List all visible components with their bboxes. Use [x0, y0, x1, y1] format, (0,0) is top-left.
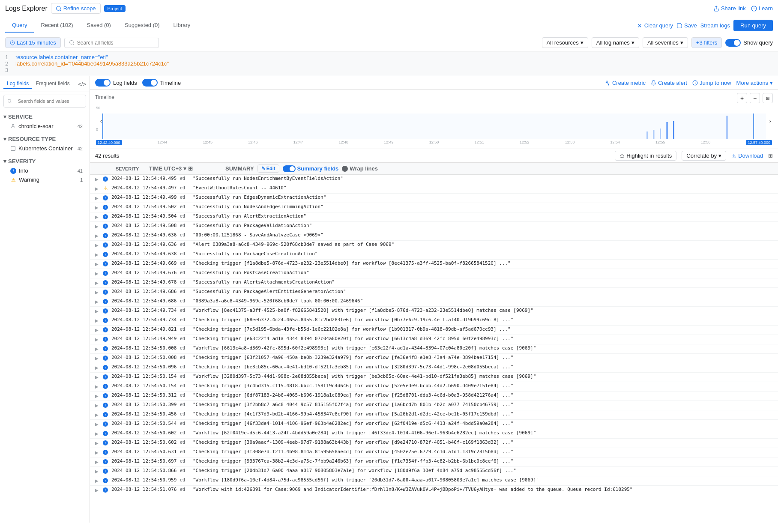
- log-row[interactable]: ▶ i 2024-08-12 12:54:49.636 etl "00:00:0…: [90, 231, 778, 241]
- log-row[interactable]: ▶ i 2024-08-12 12:54:50.312 etl "Checkin…: [90, 392, 778, 401]
- row-expand[interactable]: ▶: [95, 477, 102, 483]
- log-row[interactable]: ▶ i 2024-08-12 12:54:49.495 etl "Success…: [90, 175, 778, 184]
- sidebar-item-warning[interactable]: ⚠ Warning 1: [3, 175, 86, 184]
- log-row[interactable]: ▶ i 2024-08-12 12:54:50.456 etl "Checkin…: [90, 410, 778, 420]
- sidebar-section-resource-header[interactable]: ▾ RESOURCE TYPE: [3, 134, 86, 144]
- row-expand[interactable]: ▶: [95, 336, 102, 342]
- row-expand[interactable]: ▶: [95, 421, 102, 427]
- log-fields-toggle[interactable]: [95, 79, 111, 87]
- show-query-toggle-knob[interactable]: [725, 39, 741, 47]
- search-input[interactable]: [77, 40, 154, 46]
- log-row[interactable]: ▶ i 2024-08-12 12:54:49.734 etl "Workflo…: [90, 307, 778, 316]
- row-expand[interactable]: ▶: [95, 468, 102, 474]
- log-row[interactable]: ▶ ⚠ 2024-08-12 12:54:49.497 etl "EventWi…: [90, 184, 778, 194]
- timeline-nav-left[interactable]: ‹: [100, 118, 102, 124]
- log-row[interactable]: ▶ i 2024-08-12 12:54:50.697 etl "Checkin…: [90, 457, 778, 467]
- row-expand[interactable]: ▶: [95, 326, 102, 332]
- log-row[interactable]: ▶ i 2024-08-12 12:54:50.602 etl "Checkin…: [90, 439, 778, 448]
- row-expand[interactable]: ▶: [95, 383, 102, 389]
- row-expand[interactable]: ▶: [95, 411, 102, 417]
- row-expand[interactable]: ▶: [95, 392, 102, 398]
- log-row[interactable]: ▶ i 2024-08-12 12:54:50.008 etl "Workflo…: [90, 344, 778, 354]
- log-row[interactable]: ▶ i 2024-08-12 12:54:50.959 etl "Workflo…: [90, 476, 778, 486]
- log-row[interactable]: ▶ i 2024-08-12 12:54:49.636 etl "Alert 0…: [90, 241, 778, 250]
- sidebar-item-info[interactable]: i Info 41: [3, 166, 86, 175]
- log-row[interactable]: ▶ i 2024-08-12 12:54:49.508 etl "Success…: [90, 222, 778, 231]
- log-row[interactable]: ▶ i 2024-08-12 12:54:50.602 etl "Workflo…: [90, 429, 778, 439]
- row-expand[interactable]: ▶: [95, 487, 102, 493]
- severities-filter[interactable]: All severities ▾: [643, 37, 688, 48]
- log-row[interactable]: ▶ i 2024-08-12 12:54:49.949 etl "Checkin…: [90, 335, 778, 344]
- row-expand[interactable]: ▶: [95, 242, 102, 248]
- log-row[interactable]: ▶ i 2024-08-12 12:54:50.544 etl "Checkin…: [90, 420, 778, 429]
- zoom-fit-button[interactable]: ⊞: [763, 93, 773, 103]
- log-row[interactable]: ▶ i 2024-08-12 12:54:49.504 etl "Success…: [90, 212, 778, 222]
- row-expand[interactable]: ▶: [95, 308, 102, 314]
- learn-button[interactable]: Learn: [751, 5, 773, 12]
- row-expand[interactable]: ▶: [95, 364, 102, 370]
- log-row[interactable]: ▶ i 2024-08-12 12:54:49.499 etl "Success…: [90, 194, 778, 203]
- tab-library[interactable]: Library: [167, 18, 197, 33]
- create-metric-button[interactable]: Create metric: [605, 80, 646, 86]
- zoom-in-button[interactable]: +: [737, 93, 747, 103]
- timeline-nav-right[interactable]: ›: [769, 118, 771, 124]
- log-row[interactable]: ▶ i 2024-08-12 12:54:49.676 etl "Success…: [90, 269, 778, 278]
- log-row[interactable]: ▶ i 2024-08-12 12:54:49.678 etl "Success…: [90, 278, 778, 288]
- timeline-toggle[interactable]: [142, 79, 158, 87]
- log-row[interactable]: ▶ i 2024-08-12 12:54:50.631 etl "Checkin…: [90, 448, 778, 457]
- row-expand[interactable]: ▶: [95, 289, 102, 295]
- row-expand[interactable]: ▶: [95, 298, 102, 304]
- row-expand[interactable]: ▶: [95, 194, 102, 200]
- sidebar-section-service-header[interactable]: ▾ SERVICE: [3, 112, 86, 122]
- sidebar-item-kubernetes[interactable]: Kubernetes Container 42: [3, 144, 86, 153]
- code-icon[interactable]: </>: [78, 81, 86, 87]
- time-range-button[interactable]: Last 15 minutes: [5, 37, 61, 48]
- jump-to-now-button[interactable]: Jump to now: [692, 80, 731, 86]
- sidebar-search-input[interactable]: [15, 97, 82, 105]
- log-row[interactable]: ▶ i 2024-08-12 12:54:51.076 etl "Workflo…: [90, 486, 778, 495]
- row-expand[interactable]: ▶: [95, 345, 102, 351]
- search-box[interactable]: [64, 38, 159, 48]
- wrap-lines-button[interactable]: Wrap lines: [342, 165, 378, 172]
- row-expand[interactable]: ▶: [95, 458, 102, 464]
- log-row[interactable]: ▶ i 2024-08-12 12:54:49.734 etl "Checkin…: [90, 316, 778, 326]
- col-header-time[interactable]: TIME UTC+3 ▾ ⊞: [149, 165, 222, 172]
- log-row[interactable]: ▶ i 2024-08-12 12:54:49.638 etl "Success…: [90, 250, 778, 260]
- row-expand[interactable]: ▶: [95, 402, 102, 408]
- save-button[interactable]: Save: [676, 22, 697, 29]
- log-row[interactable]: ▶ i 2024-08-12 12:54:50.008 etl "Checkin…: [90, 354, 778, 363]
- tab-saved[interactable]: Saved (0): [80, 18, 118, 33]
- row-expand[interactable]: ▶: [95, 232, 102, 238]
- row-expand[interactable]: ▶: [95, 213, 102, 219]
- tab-suggested[interactable]: Suggested (0): [118, 18, 167, 33]
- log-row[interactable]: ▶ i 2024-08-12 12:54:50.154 etl "Checkin…: [90, 382, 778, 392]
- log-row[interactable]: ▶ i 2024-08-12 12:54:50.399 etl "Checkin…: [90, 401, 778, 410]
- row-expand[interactable]: ▶: [95, 251, 102, 257]
- row-expand[interactable]: ▶: [95, 430, 102, 436]
- log-row[interactable]: ▶ i 2024-08-12 12:54:49.669 etl "Checkin…: [90, 260, 778, 269]
- clear-query-button[interactable]: Clear query: [637, 22, 673, 29]
- run-query-button[interactable]: Run query: [733, 20, 773, 31]
- summary-fields-knob[interactable]: [283, 165, 296, 172]
- log-row[interactable]: ▶ i 2024-08-12 12:54:50.154 etl "Workflo…: [90, 373, 778, 382]
- log-row[interactable]: ▶ i 2024-08-12 12:54:49.821 etl "Checkin…: [90, 326, 778, 335]
- tab-recent[interactable]: Recent (102): [34, 18, 80, 33]
- row-expand[interactable]: ▶: [95, 439, 102, 445]
- highlight-button[interactable]: Highlight in results: [615, 151, 676, 161]
- zoom-out-button[interactable]: −: [750, 93, 760, 103]
- tab-query[interactable]: Query: [5, 18, 34, 33]
- row-expand[interactable]: ▶: [95, 260, 102, 266]
- log-row[interactable]: ▶ i 2024-08-12 12:54:49.686 etl "0389a3a…: [90, 297, 778, 307]
- log-row[interactable]: ▶ i 2024-08-12 12:54:49.502 etl "Success…: [90, 203, 778, 212]
- sidebar-tab-log-fields[interactable]: Log fields: [3, 79, 32, 89]
- share-link-button[interactable]: Share link: [713, 5, 746, 12]
- stream-logs-button[interactable]: Stream logs: [700, 22, 730, 29]
- row-expand[interactable]: ▶: [95, 279, 102, 285]
- sidebar-item-chronicle-soar[interactable]: chronicle-soar 42: [3, 122, 86, 131]
- create-alert-button[interactable]: Create alert: [651, 80, 687, 86]
- resources-filter[interactable]: All resources ▾: [542, 37, 588, 48]
- row-expand[interactable]: ▶: [95, 374, 102, 380]
- sidebar-section-severity-header[interactable]: ▾ SEVERITY: [3, 156, 86, 166]
- edit-button[interactable]: ✎ Edit: [257, 164, 279, 173]
- row-expand[interactable]: ▶: [95, 204, 102, 210]
